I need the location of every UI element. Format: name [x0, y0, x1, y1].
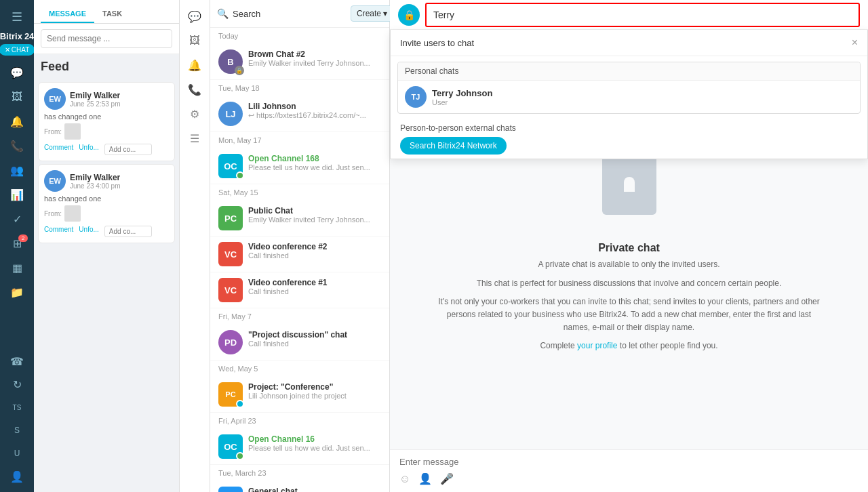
nav-contacts-icon[interactable]: 👥 [5, 160, 29, 180]
mic-icon[interactable]: 🎤 [440, 472, 454, 485]
feed-input-area [34, 24, 179, 54]
private-chat-desc2: It's not only your co-workers that you c… [433, 295, 826, 335]
profile-link[interactable]: your profile [577, 341, 617, 350]
nav-chat-icon[interactable]: 💬 [5, 62, 29, 83]
feed-text: has changed one [44, 194, 169, 203]
list-item[interactable]: PC Public Chat Emily Walker invited Terr… [210, 201, 389, 237]
chat-preview: Call finished [248, 287, 381, 295]
feed-time: June 25 2:53 pm [70, 100, 121, 108]
add-comment-input[interactable] [104, 144, 152, 155]
nav-phone2-icon[interactable]: ☎ [5, 351, 29, 371]
chat-preview: Lili Johnson joined the project [248, 392, 381, 400]
nav-folder-icon[interactable]: 📁 [5, 282, 29, 302]
menu-hamburger-icon[interactable]: ☰ [5, 5, 29, 28]
chat-preview: ↩ https://bxtest167.bitrix24.com/~... [248, 111, 381, 120]
create-button[interactable]: Create ▾ [351, 5, 393, 22]
nav-s-icon[interactable]: S [5, 420, 29, 440]
close-icon[interactable]: × [852, 37, 858, 49]
comment-button[interactable]: Comment [44, 226, 73, 237]
chat-footer: ☺ 👤 🎤 [390, 449, 868, 492]
nav-deals-icon[interactable]: ⊞ 2 [5, 233, 29, 253]
list-item[interactable]: PD "Project discussion" chat Call finish… [210, 325, 389, 361]
avatar: PC [218, 382, 243, 407]
feed-from-row: From: [44, 205, 169, 222]
nav-crm-icon[interactable]: 📊 [5, 184, 29, 205]
external-title: Person-to-person external chats [400, 123, 858, 133]
icon-chat-bubble[interactable]: 💬 [182, 5, 207, 27]
list-item[interactable]: B 🔒 Brown Chat #2 Emily Walker invited T… [210, 44, 389, 80]
message-input[interactable] [399, 457, 859, 467]
comment-button[interactable]: Comment [44, 144, 73, 155]
chat-label: CHAT [12, 46, 29, 54]
emoji-icon[interactable]: ☺ [399, 473, 410, 485]
date-label: Tue, March 23 [210, 465, 389, 481]
reply-icon: ↩ [248, 111, 254, 119]
avatar: OC [218, 154, 243, 178]
feed-thumbnail [64, 205, 81, 222]
lock-icon-button[interactable]: 🔒 [398, 4, 420, 26]
chat-preview: Emily Walker invited Terry Johnson... [248, 216, 381, 224]
unfollow-button[interactable]: Unfo... [79, 144, 98, 155]
list-item[interactable]: LJ Lili Johnson ↩ https://bxtest167.bitr… [210, 96, 389, 132]
person-icon[interactable]: 👤 [418, 472, 432, 485]
chat-preview: Please tell us how we did. Just sen... [248, 444, 381, 452]
list-item[interactable]: 24 General chat Emily Walker sent invita… [210, 481, 389, 492]
chat-info: Lili Johnson ↩ https://bxtest167.bitrix2… [248, 102, 381, 120]
chat-name: Public Chat [248, 206, 381, 216]
feed-actions: Comment Unfo... [44, 226, 169, 237]
feed-list: EW Emily Walker June 25 2:53 pm has chan… [34, 79, 179, 492]
lock-large-icon [602, 154, 656, 215]
left-sidebar: ☰ Bitrix 24 ✕ CHAT 💬 🖼 🔔 📞 👥 📊 ✓ ⊞ 2 ▦ 📁… [0, 0, 34, 492]
feed-thumbnail [64, 123, 81, 140]
send-message-input[interactable] [41, 29, 172, 48]
tab-message[interactable]: MESSAGE [41, 5, 94, 23]
feed-title: Feed [34, 54, 179, 79]
nav-tasks-icon[interactable]: ✓ [5, 209, 29, 229]
private-chat-subtitle: A private chat is available to only the … [538, 260, 719, 269]
add-comment-input[interactable] [104, 226, 152, 237]
avatar: LJ [218, 102, 243, 126]
chat-button[interactable]: ✕ CHAT [0, 44, 35, 56]
nav-u-icon[interactable]: U [5, 443, 29, 464]
date-label: Wed, May 5 [210, 361, 389, 377]
avatar: VC [218, 242, 243, 266]
external-chats-section: Person-to-person external chats Search B… [391, 119, 867, 159]
list-item[interactable]: VC Video conference #2 Call finished [210, 237, 389, 272]
icon-settings[interactable]: ⚙ [182, 103, 207, 125]
icon-list[interactable]: ☰ [182, 127, 207, 149]
chat-name: Video conference #1 [248, 278, 381, 287]
search-network-button[interactable]: Search Bitrix24 Network [400, 137, 507, 155]
online-badge [236, 400, 244, 408]
nav-image-icon[interactable]: 🖼 [5, 87, 29, 107]
icon-bell[interactable]: 🔔 [182, 54, 207, 76]
lock-keyhole [624, 177, 635, 192]
chat-preview: Call finished [248, 340, 381, 348]
nav-bell-icon[interactable]: 🔔 [5, 111, 29, 131]
private-chat-desc1: This chat is perfect for business discus… [477, 277, 782, 290]
list-item[interactable]: VC Video conference #1 Call finished [210, 272, 389, 308]
nav-grid-icon[interactable]: ▦ [5, 258, 29, 278]
user-result[interactable]: TJ Terry Johnson User [398, 81, 860, 113]
feed-panel: MESSAGE TASK Feed EW Emily Walker June 2… [34, 0, 180, 492]
chat-main: 🔒 Invite users to chat × Personal chats … [390, 0, 868, 492]
list-item[interactable]: OC Open Channel 168 Please tell us how w… [210, 148, 389, 184]
tab-task[interactable]: TASK [94, 5, 130, 23]
chat-search-input[interactable] [233, 9, 347, 19]
icon-image[interactable]: 🖼 [182, 30, 207, 52]
invite-search-input[interactable] [425, 3, 860, 27]
avatar: EW [44, 88, 66, 110]
nav-ts-icon[interactable]: TS [5, 397, 29, 417]
nav-person-icon[interactable]: 👤 [5, 466, 29, 487]
nav-sync-icon[interactable]: ↻ [5, 374, 29, 394]
list-item[interactable]: OC Open Channel 16 Please tell us how we… [210, 429, 389, 465]
chat-name: General chat [248, 487, 381, 492]
icon-phone[interactable]: 📞 [182, 79, 207, 100]
unfollow-button[interactable]: Unfo... [79, 226, 98, 237]
nav-phone-icon[interactable]: 📞 [5, 136, 29, 156]
feed-user-name: Emily Walker [70, 173, 121, 182]
invite-dropdown: Invite users to chat × Personal chats TJ… [390, 30, 868, 159]
logo-area: ☰ Bitrix 24 ✕ CHAT [0, 5, 35, 56]
list-item[interactable]: PC Project: "Conference" Lili Johnson jo… [210, 377, 389, 413]
chat-list-panel: 🔍 Create ▾ Today B 🔒 Brown Chat #2 Emily… [210, 0, 390, 492]
chat-info: General chat Emily Walker sent invitatio… [248, 487, 381, 492]
